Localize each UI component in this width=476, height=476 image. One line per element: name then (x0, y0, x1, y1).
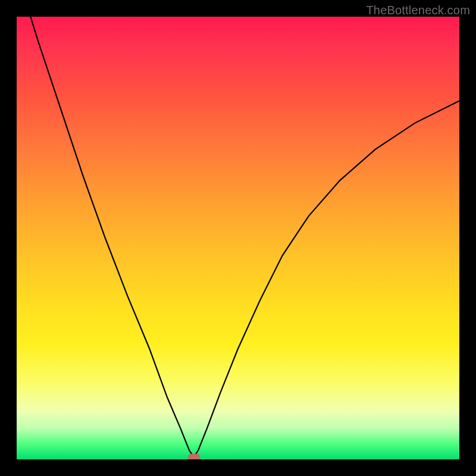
gradient-background (17, 17, 459, 459)
chart-frame: TheBottleneck.com (0, 0, 476, 476)
watermark-text: TheBottleneck.com (366, 4, 470, 17)
plot-area (17, 17, 459, 459)
optimal-point-marker (188, 453, 200, 459)
